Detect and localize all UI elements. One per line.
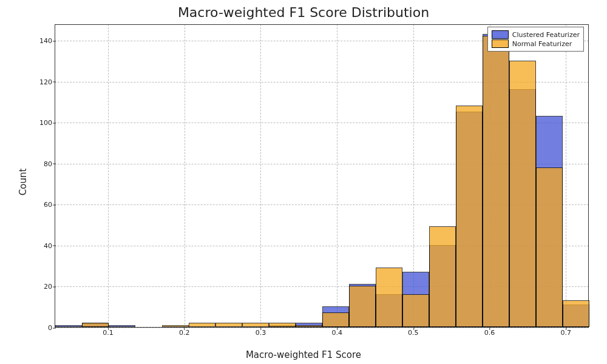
bar	[429, 226, 456, 327]
legend-swatch-clustered	[492, 30, 509, 39]
legend-label: Normal Featurizer	[512, 40, 572, 48]
legend: Clustered Featurizer Normal Featurizer	[487, 27, 584, 52]
bar	[456, 106, 483, 327]
bar	[55, 325, 82, 327]
bar	[322, 312, 349, 327]
bar	[376, 268, 402, 327]
page-title: Macro-weighted F1 Score Distribution	[0, 5, 607, 20]
bar	[215, 323, 242, 327]
bar	[189, 323, 215, 327]
legend-swatch-normal	[492, 39, 509, 48]
plot-area	[55, 24, 589, 328]
bar	[162, 325, 189, 327]
bar	[296, 325, 322, 327]
x-axis-label: Macro-weighted F1 Score	[0, 349, 607, 360]
y-axis-label: Count	[18, 169, 29, 196]
bars-container	[55, 25, 588, 327]
legend-label: Clustered Featurizer	[512, 31, 580, 39]
bar	[402, 294, 429, 327]
bar	[563, 300, 589, 327]
legend-item-normal: Normal Featurizer	[492, 39, 580, 48]
bar	[269, 323, 296, 327]
bar	[242, 323, 269, 327]
bar	[536, 167, 563, 328]
bar	[82, 323, 109, 327]
bar	[483, 36, 509, 327]
bar	[349, 286, 376, 327]
legend-item-clustered: Clustered Featurizer	[492, 30, 580, 39]
bar	[109, 325, 135, 327]
bar	[509, 61, 536, 327]
